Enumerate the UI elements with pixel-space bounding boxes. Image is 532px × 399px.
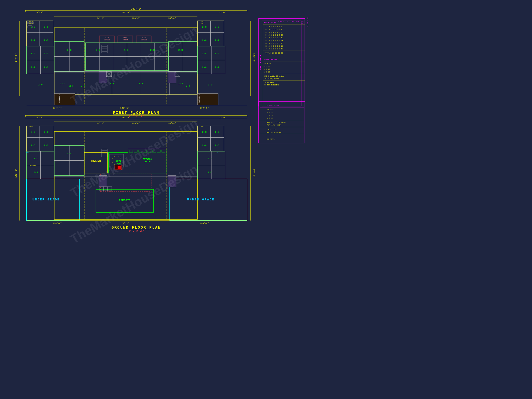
svg-text:61.0': 61.0' — [201, 125, 205, 127]
svg-text:2-J: 2-J — [60, 82, 65, 85]
svg-text:1      3    23: 1 3 23 — [264, 71, 270, 73]
svg-text:2-C: 2-C — [31, 144, 35, 147]
svg-text:54'-3": 54'-3" — [168, 122, 176, 125]
svg-text:C  1.0  0  0  0  0  0  0: C 1.0 0 0 0 0 0 0 — [266, 32, 282, 33]
svg-text:2-C: 2-C — [202, 39, 207, 42]
svg-text:2-F: 2-F — [69, 84, 74, 87]
svg-text:1" = 10'-0": 1" = 10'-0" — [129, 115, 144, 118]
svg-text:ELE: ELE — [216, 152, 219, 153]
svg-text:G  1.0  3  3  3  3  3  15: G 1.0 3 3 3 3 3 15 — [266, 43, 283, 44]
svg-text:UNIT MATRIX: UNIT MATRIX — [260, 55, 262, 70]
svg-text:2-C: 2-C — [67, 49, 72, 51]
svg-text:H  1.0  5  5  5  5  5  25: H 1.0 5 5 5 5 5 25 — [266, 45, 283, 47]
svg-text:TOTAL UNITS: TOTAL UNITS — [307, 17, 309, 27]
svg-text:FLOOR  1BR  2BR: FLOOR 1BR 2BR — [267, 105, 279, 107]
svg-text:61.0': 61.0' — [201, 23, 205, 24]
svg-text:2-G: 2-G — [38, 83, 43, 86]
svg-text:2-A: 2-A — [31, 52, 35, 55]
svg-text:134'-4": 134'-4" — [53, 222, 62, 225]
svg-text:SUB  9 units  79 units: SUB 9 units 79 units — [264, 75, 284, 77]
svg-text:2-C: 2-C — [202, 52, 207, 55]
svg-text:140'-0": 140'-0" — [15, 53, 17, 62]
svg-text:TOT  (10%)    (90%): TOT (10%) (90%) — [264, 78, 279, 79]
svg-text:123'-5": 123'-5" — [132, 17, 141, 20]
svg-text:123'-5": 123'-5" — [132, 122, 141, 125]
svg-text:2-C: 2-C — [124, 49, 128, 51]
svg-text:2      3    23: 2 3 23 — [267, 114, 272, 116]
svg-text:FIRST FLOOR PLAN: FIRST FLOOR PLAN — [113, 111, 159, 115]
svg-text:61.0': 61.0' — [29, 23, 33, 24]
svg-text:134'-4": 134'-4" — [53, 107, 62, 109]
svg-text:1      3    23: 1 3 23 — [267, 117, 272, 119]
svg-rect-54 — [168, 72, 176, 83]
svg-text:54'-3": 54'-3" — [168, 17, 176, 20]
svg-text:2-C: 2-C — [202, 26, 207, 28]
svg-text:DECK: DECK — [124, 37, 128, 39]
svg-text:12'-8": 12'-8" — [36, 12, 43, 14]
svg-text:2-J: 2-J — [178, 82, 183, 85]
svg-text:2-J: 2-J — [33, 171, 38, 174]
svg-text:1" = 10'-0": 1" = 10'-0" — [129, 230, 144, 233]
svg-text:2-C: 2-C — [208, 157, 212, 160]
svg-text:2-J: 2-J — [208, 171, 212, 174]
svg-text:TOT  10  26  26  26  86: TOT 10 26 26 26 86 — [266, 52, 283, 54]
svg-text:140'-0": 140'-0" — [253, 169, 255, 177]
svg-text:133'-8": 133'-8" — [200, 222, 209, 225]
svg-text:DECK: DECK — [105, 37, 109, 39]
svg-text:A  1.0  1  1  1  1  1  5: A 1.0 1 1 1 1 1 5 — [266, 26, 282, 28]
svg-text:2-C: 2-C — [44, 52, 49, 55]
svg-rect-66 — [197, 94, 218, 105]
svg-text:140'-0": 140'-0" — [253, 53, 255, 62]
svg-text:2-C: 2-C — [202, 66, 207, 69]
svg-text:26 UNITS: 26 UNITS — [267, 138, 275, 140]
svg-text:SQ FT: SQ FT — [271, 22, 276, 24]
svg-text:ENTRANCE: ENTRANCE — [198, 95, 200, 103]
svg-text:2-C: 2-C — [44, 26, 49, 28]
svg-text:B  1.0  1  1  1  1  1  5: B 1.0 1 1 1 1 1 5 — [266, 29, 282, 31]
svg-text:133'-8": 133'-8" — [200, 107, 209, 109]
svg-text:DECK: DECK — [142, 37, 146, 39]
svg-text:THEATER: THEATER — [91, 160, 101, 162]
svg-text:88 PER BUILDING: 88 PER BUILDING — [264, 84, 279, 86]
svg-text:2-C: 2-C — [31, 26, 35, 28]
svg-text:TOTAL APTS: TOTAL APTS — [264, 82, 274, 84]
main-container: 309'-0" 12'-8" 232'-4" 12'-8" — [0, 0, 532, 399]
svg-text:D  1.0  2  2  2  2  2  10: D 1.0 2 2 2 2 2 10 — [266, 34, 283, 36]
svg-text:12'-8": 12'-8" — [219, 117, 227, 119]
svg-text:54'-8": 54'-8" — [97, 17, 104, 20]
svg-text:2-C: 2-C — [31, 131, 35, 133]
svg-text:2-A: 2-A — [31, 39, 35, 42]
svg-text:4D     0    10: 4D 0 10 — [267, 109, 273, 111]
svg-text:61.0': 61.0' — [201, 21, 205, 22]
svg-text:121'-1": 121'-1" — [120, 107, 129, 109]
svg-text:SUB  9 units  79 units: SUB 9 units 79 units — [267, 121, 286, 123]
svg-text:2-C: 2-C — [44, 66, 49, 69]
svg-text:2-F: 2-F — [186, 84, 190, 87]
svg-text:121'-1": 121'-1" — [120, 222, 129, 225]
svg-text:12'-8": 12'-8" — [219, 12, 227, 14]
svg-text:2-A: 2-A — [215, 52, 219, 55]
floor-plan-svg: 309'-0" 12'-8" 232'-4" 12'-8" — [0, 0, 532, 399]
svg-text:1-C: 1-C — [215, 131, 219, 133]
svg-text:2-C: 2-C — [96, 49, 101, 51]
svg-text:2-C: 2-C — [44, 144, 49, 147]
svg-text:309'-0": 309'-0" — [131, 8, 142, 10]
svg-text:GROUND FLOOR PLAN: GROUND FLOOR PLAN — [112, 226, 161, 230]
svg-text:FLOOR: FLOOR — [264, 22, 269, 24]
svg-text:SCREEN: SCREEN — [122, 39, 128, 41]
svg-text:E  1.0  3  3  3  3  3  15: E 1.0 3 3 3 3 3 15 — [266, 37, 283, 39]
svg-text:FLOOR  1BR  2BR: FLOOR 1BR 2BR — [264, 59, 277, 61]
svg-text:2-C: 2-C — [44, 131, 49, 133]
svg-text:ENTRANCE: ENTRANCE — [58, 95, 61, 103]
svg-text:TOT  (10%)    (90%): TOT (10%) (90%) — [267, 124, 281, 126]
svg-text:ELC: ELC — [26, 152, 29, 153]
svg-text:232'-4": 232'-4" — [121, 12, 130, 14]
svg-text:3      3    23: 3 3 23 — [264, 66, 270, 67]
svg-text:88 PER BUILDING: 88 PER BUILDING — [267, 131, 281, 133]
svg-text:2-G: 2-G — [208, 83, 212, 86]
svg-text:J  1.0  2  2  2  2  2  10: J 1.0 2 2 2 2 2 10 — [266, 48, 283, 50]
svg-text:SCREEN: SCREEN — [104, 39, 110, 41]
svg-text:LAUNDRY: LAUNDRY — [29, 165, 36, 167]
svg-text:61.0': 61.0' — [29, 21, 33, 22]
svg-text:3      3    23: 3 3 23 — [267, 112, 272, 114]
